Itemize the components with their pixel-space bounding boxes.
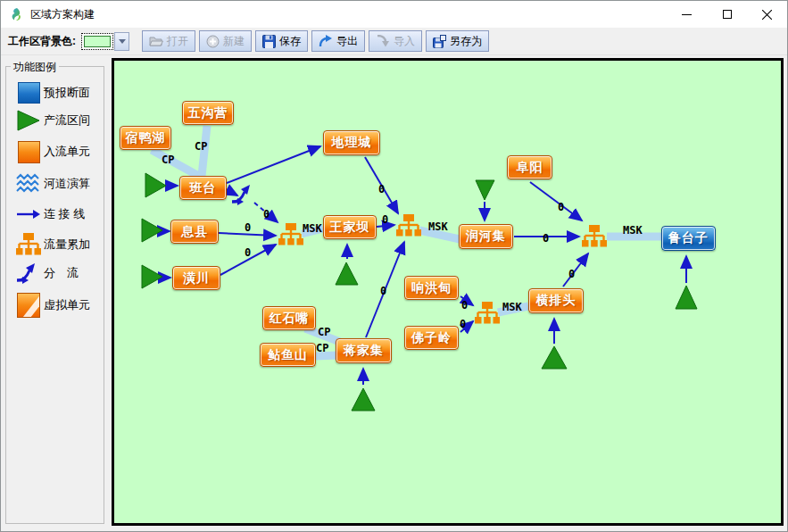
app-window: 区域方案构建 工作区背景色: 打开 <box>0 0 788 532</box>
node-nianyushan[interactable]: 鲇鱼山 <box>260 343 316 367</box>
accumulate-icon <box>15 231 42 258</box>
import-button[interactable]: 导入 <box>369 30 422 52</box>
node-runheji[interactable]: 润河集 <box>459 224 513 249</box>
legend-item-flow-accumulate[interactable]: 流量累加 <box>15 231 90 258</box>
toolbar: 工作区背景色: 打开 新建 保存 <box>1 28 787 55</box>
legend-item-forecast-section[interactable]: 预报断面 <box>15 79 90 106</box>
minimize-button[interactable] <box>667 1 707 28</box>
edge-label: 0 <box>380 285 386 297</box>
maximize-button[interactable] <box>707 1 747 28</box>
wave-icon <box>15 170 42 197</box>
green-triangle-icon <box>15 107 42 134</box>
arrow-icon <box>15 201 42 228</box>
save-as-icon <box>433 35 446 48</box>
legend-item-connection-line[interactable]: 连 接 线 <box>15 201 85 228</box>
line-hengpaitou-accum3[interactable] <box>563 254 588 287</box>
save-button[interactable]: 保存 <box>255 30 308 52</box>
edge-label: 0 <box>263 208 270 220</box>
edge-label: CP <box>318 326 330 338</box>
edge-label: 0 <box>461 299 468 312</box>
new-button[interactable]: 新建 <box>199 30 252 52</box>
edge-label: MSK <box>502 301 522 313</box>
export-icon <box>319 35 333 47</box>
runoff-triangle-wangjiaba[interactable] <box>336 262 358 285</box>
folder-open-icon <box>149 35 163 47</box>
line-bantai-dilicheng[interactable] <box>227 146 320 183</box>
bg-color-swatch <box>84 36 111 47</box>
minimize-icon <box>682 14 692 15</box>
workspace-bg-color-label: 工作区背景色: <box>8 34 76 49</box>
maximize-icon <box>723 10 732 19</box>
save-as-button[interactable]: 另存为 <box>426 30 489 52</box>
node-huangchuan[interactable]: 潢川 <box>172 266 220 290</box>
legend-item-virtual-unit[interactable]: 虚拟单元 <box>15 292 90 319</box>
runoff-triangle-lutaizi[interactable] <box>676 286 697 309</box>
band-nianyushan-jiangjiaji[interactable] <box>316 355 336 356</box>
virtual-unit-icon <box>15 292 42 319</box>
legend-item-split-flow[interactable]: 分 流 <box>15 260 79 287</box>
edge-label: MSK <box>428 220 448 233</box>
runoff-triangle-jiangjiaji[interactable] <box>352 388 375 411</box>
legend-title: 功能图例 <box>11 60 59 75</box>
edge-label: MSK <box>303 222 322 235</box>
import-icon <box>376 35 390 47</box>
line-fuyang-accum3[interactable] <box>530 182 582 220</box>
runoff-triangle-huangchuan[interactable] <box>142 265 162 288</box>
node-bantai[interactable]: 班台 <box>179 176 227 200</box>
runoff-triangle-runheji[interactable] <box>476 180 494 200</box>
node-wugouying[interactable]: 五沟营 <box>182 101 234 125</box>
split-icon <box>15 260 42 287</box>
node-hongshizui[interactable]: 红石嘴 <box>262 306 316 330</box>
close-button[interactable] <box>747 1 787 28</box>
edge-label: 0 <box>245 246 251 259</box>
bg-color-dropdown-button[interactable] <box>114 32 129 51</box>
node-xianghongdian[interactable]: 响洪甸 <box>404 276 459 300</box>
new-plus-icon <box>206 35 220 48</box>
edge-label: 0 <box>568 268 575 280</box>
line-bantai-split[interactable] <box>228 190 237 195</box>
edge-label: MSK <box>623 224 643 237</box>
edge-label: 0 <box>382 213 388 226</box>
node-suyahu[interactable]: 宿鸭湖 <box>120 126 171 150</box>
accumulate-node-3[interactable] <box>582 225 607 247</box>
titlebar: 区域方案构建 <box>1 1 787 28</box>
edge-label: 0 <box>245 221 251 234</box>
node-xixian[interactable]: 息县 <box>170 220 219 244</box>
runoff-triangle-bantai[interactable] <box>145 173 166 197</box>
accumulate-node-4[interactable] <box>475 302 500 324</box>
node-wangjiaba[interactable]: 王家坝 <box>323 215 377 239</box>
sidebar: 功能图例 预报断面 产流区间 入流单元 <box>1 55 108 531</box>
app-logo-icon <box>9 7 23 21</box>
band-suyahu-bantai[interactable] <box>152 150 202 178</box>
edge-label: CP <box>316 342 328 354</box>
window-title: 区域方案构建 <box>30 7 95 22</box>
save-icon <box>262 35 276 48</box>
orange-square-icon <box>15 138 42 165</box>
edge-label: CP <box>195 140 207 153</box>
edge-label: 0 <box>378 183 385 195</box>
edge-label: 0 <box>460 318 466 330</box>
bg-color-picker[interactable] <box>81 32 129 51</box>
node-jiangjiaji[interactable]: 蒋家集 <box>336 338 392 363</box>
accumulate-node-2[interactable] <box>396 214 421 237</box>
node-foziling[interactable]: 佛子岭 <box>404 326 459 350</box>
legend-item-inflow-unit[interactable]: 入流单元 <box>15 138 90 165</box>
legend-item-runoff-interval[interactable]: 产流区间 <box>15 107 90 134</box>
workspace-canvas[interactable]: CP CP CP CP MSK MSK MSK MSK 0 0 0 0 0 0 … <box>112 58 784 526</box>
export-button[interactable]: 导出 <box>311 30 365 52</box>
blue-square-icon <box>15 79 42 106</box>
runoff-triangle-hengpaitou[interactable] <box>542 346 567 369</box>
close-icon <box>762 10 772 20</box>
accumulate-node-1[interactable] <box>278 223 303 245</box>
edge-label: 0 <box>558 201 564 213</box>
runoff-triangle-xixian[interactable] <box>142 219 162 242</box>
open-button[interactable]: 打开 <box>142 30 195 52</box>
chevron-down-icon <box>119 39 126 44</box>
node-dilicheng[interactable]: 地理城 <box>323 130 380 155</box>
node-hengpaitou[interactable]: 横排头 <box>528 288 584 313</box>
edge-label: 0 <box>543 232 549 245</box>
node-lutaizi[interactable]: 鲁台子 <box>661 226 716 251</box>
legend-item-channel-routing[interactable]: 河道演算 <box>15 170 90 197</box>
node-fuyang[interactable]: 阜阳 <box>507 155 552 179</box>
edge-label: CP <box>162 154 174 166</box>
